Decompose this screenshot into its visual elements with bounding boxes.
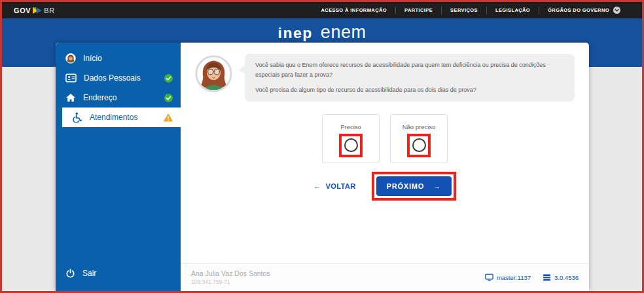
user-name: Ana Julia Vaz Dos Santos xyxy=(191,269,270,277)
govbr-logo[interactable]: GOV BR xyxy=(14,7,55,14)
assistant-message-1: Você sabia que o Enem oferece recursos d… xyxy=(255,60,564,80)
home-icon xyxy=(65,93,76,102)
sidebar-item-atendimentos[interactable]: Atendimentos xyxy=(62,107,181,127)
preciso-radio[interactable] xyxy=(344,138,358,152)
voltar-button[interactable]: ← VOLTAR xyxy=(313,182,355,190)
check-circle-icon xyxy=(164,74,173,83)
back-arrow-icon: ← xyxy=(313,182,321,190)
topmenu-orgaos-governo[interactable]: ÓRGÃOS DO GOVERNO xyxy=(539,7,629,14)
govbr-topbar: GOV BR ACESSO À INFORMAÇÃO PARTICIPE SER… xyxy=(2,2,642,18)
environment-label: master:1137 xyxy=(497,274,531,281)
proximo-label: PRÓXIMO xyxy=(387,182,425,190)
inep-enem-logo: inep enem xyxy=(2,18,642,43)
accessibility-options: Preciso Não preciso xyxy=(181,114,589,163)
assistant-speech-bubble: Você sabia que o Enem oferece recursos d… xyxy=(245,54,575,102)
sidebar-item-atendimentos-label: Atendimentos xyxy=(90,113,137,122)
user-document: 106.341.759-71 xyxy=(191,279,270,285)
sidebar-item-sair-label: Sair xyxy=(82,269,96,278)
screenshot-frame: GOV BR ACESSO À INFORMAÇÃO PARTICIPE SER… xyxy=(0,0,644,293)
user-avatar-icon xyxy=(65,53,76,64)
sidebar: Início Dados Pessoais xyxy=(56,43,181,291)
sidebar-item-inicio[interactable]: Início xyxy=(56,49,181,68)
option-card-preciso[interactable]: Preciso xyxy=(322,114,380,163)
chevron-down-icon xyxy=(613,7,620,14)
warning-triangle-icon xyxy=(164,113,173,122)
voltar-label: VOLTAR xyxy=(326,182,356,190)
sidebar-item-endereco[interactable]: Endereço xyxy=(56,88,181,107)
govbr-logo-gov: GOV xyxy=(14,7,31,14)
topmenu-servicos[interactable]: SERVIÇOS xyxy=(441,7,486,14)
sidebar-nav: Início Dados Pessoais xyxy=(56,43,181,127)
endereco-status-complete xyxy=(164,94,173,102)
annotation-box-preciso xyxy=(339,134,363,157)
proximo-button[interactable]: PRÓXIMO → xyxy=(376,176,452,196)
version-label: 3.0.4536 xyxy=(554,274,579,281)
govbr-arrow-icon xyxy=(33,7,42,14)
sidebar-item-dados-label: Dados Pessoais xyxy=(84,73,141,83)
option-card-nao-preciso[interactable]: Não preciso xyxy=(390,114,448,163)
annotation-box-proximo: PRÓXIMO → xyxy=(372,172,456,201)
system-meta: master:1137 3.0.4536 xyxy=(485,273,579,281)
wheelchair-accessibility-icon xyxy=(72,112,82,123)
version-info: 3.0.4536 xyxy=(543,274,579,281)
dados-status-complete xyxy=(164,74,173,83)
govbr-logo-br: BR xyxy=(44,7,54,14)
id-card-icon xyxy=(65,73,77,83)
monitor-icon xyxy=(485,273,493,281)
stack-icon xyxy=(543,274,551,281)
topmenu-orgaos-governo-label: ÓRGÃOS DO GOVERNO xyxy=(548,7,609,14)
power-icon xyxy=(65,269,75,279)
environment-info: master:1137 xyxy=(485,273,531,281)
assistant-message-2: Você precisa de algum tipo de recurso de… xyxy=(255,85,564,95)
nao-preciso-radio[interactable] xyxy=(412,138,426,152)
atendimentos-status-warning xyxy=(164,113,173,122)
sidebar-item-inicio-label: Início xyxy=(83,54,102,63)
assistant-avatar xyxy=(195,55,232,92)
next-arrow-icon: → xyxy=(433,182,441,190)
enrollment-card: Início Dados Pessoais xyxy=(56,43,589,291)
enem-logo-text: enem xyxy=(321,22,367,43)
topmenu-legislacao[interactable]: LEGISLAÇÃO xyxy=(486,7,539,14)
main-content: Você sabia que o Enem oferece recursos d… xyxy=(181,43,589,291)
topmenu-participe[interactable]: PARTICIPE xyxy=(395,7,441,14)
option-nao-preciso-label: Não preciso xyxy=(402,123,436,130)
assistant-message-block: Você sabia que o Enem oferece recursos d… xyxy=(195,54,575,102)
form-actions: ← VOLTAR PRÓXIMO → xyxy=(181,172,589,201)
topmenu-acesso-informacao[interactable]: ACESSO À INFORMAÇÃO xyxy=(313,7,396,14)
sidebar-item-dados-pessoais[interactable]: Dados Pessoais xyxy=(56,68,181,88)
sidebar-item-endereco-label: Endereço xyxy=(83,93,116,102)
user-info: Ana Julia Vaz Dos Santos 106.341.759-71 xyxy=(191,269,270,285)
card-footer: Ana Julia Vaz Dos Santos 106.341.759-71 … xyxy=(181,263,589,291)
sidebar-item-sair[interactable]: Sair xyxy=(56,264,181,283)
govbr-menu: ACESSO À INFORMAÇÃO PARTICIPE SERVIÇOS L… xyxy=(313,2,630,18)
check-circle-icon xyxy=(164,94,173,102)
inep-logo-text: inep xyxy=(278,25,313,42)
option-preciso-label: Preciso xyxy=(340,123,361,130)
annotation-box-nao-preciso xyxy=(407,134,431,157)
